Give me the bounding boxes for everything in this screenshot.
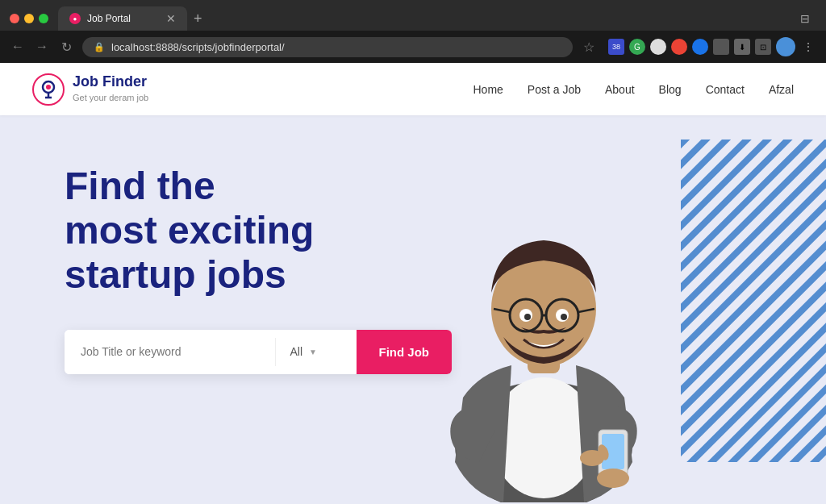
logo-title: Job Finder [73,74,148,90]
profile-icon[interactable] [776,37,795,56]
logo: Job Finder Get your deram job [32,73,148,106]
secure-icon: 🔒 [94,42,105,52]
url-text: localhost:8888/scripts/jobfinderportal/ [111,41,285,53]
close-button[interactable] [10,14,19,23]
hero-title-line3: startup jobs [65,253,286,296]
minimize-button[interactable] [24,14,34,23]
category-label: All [290,345,303,358]
search-category-dropdown[interactable]: All ▼ [276,330,357,374]
address-bar: ← → ↻ 🔒 localhost:8888/scripts/jobfinder… [0,31,826,63]
svg-point-21 [597,469,629,488]
ext-icon-4 [671,39,687,55]
refresh-button[interactable]: ↻ [58,40,74,55]
nav-links: Home Post a Job About Blog Contact Afzal [473,83,794,96]
title-bar: ● Job Portal ✕ + ⊟ [0,0,826,31]
tab-close-icon[interactable]: ✕ [166,12,176,25]
svg-rect-5 [681,140,826,462]
ext-icon-3 [650,39,666,55]
logo-text: Job Finder Get your deram job [73,74,148,105]
person-svg [390,140,697,502]
nav-afzal[interactable]: Afzal [769,83,794,96]
new-tab-button[interactable]: + [194,10,202,27]
url-bar[interactable]: 🔒 localhost:8888/scripts/jobfinderportal… [82,37,573,57]
logo-subtitle: Get your deram job [73,93,148,102]
bookmark-icon[interactable]: ☆ [581,40,597,55]
fullscreen-button[interactable] [39,14,48,23]
traffic-lights [10,14,48,23]
ext-icon-1: 38 [608,39,624,55]
search-keyword-input[interactable] [65,330,275,374]
svg-point-17 [524,314,531,320]
person-image [390,140,697,502]
svg-point-1 [46,85,51,90]
svg-point-18 [561,314,567,320]
ext-icon-2: G [629,39,645,55]
menu-icon[interactable]: ⋮ [800,39,816,55]
browser-tab[interactable]: ● Job Portal ✕ [58,6,187,31]
dropdown-arrow-icon: ▼ [309,348,317,356]
navbar: Job Finder Get your deram job Home Post … [0,63,826,115]
nav-post-job[interactable]: Post a Job [528,83,581,96]
browser-chrome: ● Job Portal ✕ + ⊟ ← → ↻ 🔒 localhost:888… [0,0,826,63]
website-content: Job Finder Get your deram job Home Post … [0,63,826,504]
ext-icon-download: ⬇ [734,39,750,55]
forward-button[interactable]: → [34,40,50,54]
tab-favicon-icon: ● [69,13,81,24]
logo-svg [37,78,60,101]
ext-icon-6 [713,39,729,55]
ext-icon-5 [692,39,708,55]
window-controls: ⊟ [797,10,813,27]
back-button[interactable]: ← [10,40,26,54]
ext-icon-7: ⊡ [755,39,771,55]
nav-contact[interactable]: Contact [706,83,745,96]
tab-title: Job Portal [87,13,131,24]
nav-home[interactable]: Home [473,83,503,96]
hero-title-line1: Find the [65,165,215,207]
hero-section: Find the most exciting startup jobs All … [0,115,826,504]
nav-about[interactable]: About [605,83,635,96]
logo-icon [32,73,65,106]
nav-blog[interactable]: Blog [659,83,682,96]
stripes-svg [681,140,826,462]
hero-title-line2: most exciting [65,209,314,252]
